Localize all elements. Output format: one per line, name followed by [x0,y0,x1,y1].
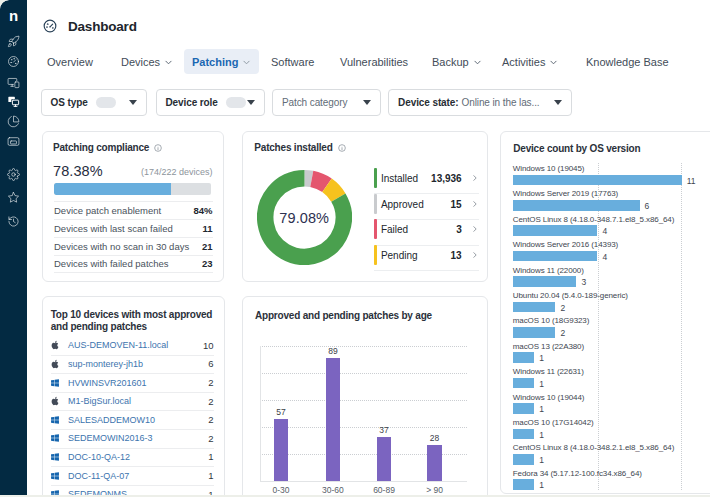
sidebar-item-rocket[interactable] [7,35,20,48]
device-link[interactable]: SALESADDEMOW10 [68,415,155,425]
sidebar-item-dashboard[interactable] [7,55,20,68]
age-bar-0-30[interactable] [274,419,289,481]
tab-software[interactable]: Software [271,49,314,74]
sidebar-item-history[interactable] [7,215,20,228]
device-link[interactable]: M1-BigSur.local [68,396,131,406]
age-bar-60-89[interactable] [377,437,392,481]
tab-activities[interactable]: Activities [502,49,558,74]
tab-label: Patching [192,56,238,68]
os-count-bar[interactable] [513,479,534,490]
tab-vulnerabilities[interactable]: Vulnerabilities [340,49,408,74]
age-bar-30-60[interactable] [326,358,341,481]
remote-icon [7,135,20,148]
os-count-value: 1 [539,353,544,363]
sidebar-item-settings[interactable] [7,168,20,181]
info-icon[interactable] [154,144,162,152]
x-axis-label: > 90 [413,485,457,495]
sidebar-item-remote[interactable] [7,135,20,148]
legend-row-installed[interactable]: Installed13,936 [374,168,479,188]
os-count-bar[interactable] [513,276,576,287]
filter-device-state[interactable]: Device state:Online in the las... [388,89,572,116]
x-axis-label: 0-30 [259,485,303,495]
tab-overview[interactable]: Overview [47,49,93,74]
donut-segment-approved[interactable] [304,178,311,179]
tab-label: Knowledge Base [586,56,669,68]
os-count-bar[interactable] [513,302,555,313]
device-count: 2 [208,396,213,407]
toggle-switch[interactable] [226,97,246,108]
legend-row-approved[interactable]: Approved15 [374,194,479,214]
legend-value: 13 [451,249,462,260]
os-label: CentOS Linux 8 (4.18.0-348.7.1.el8_5.x86… [513,215,675,224]
os-label: Windows Server 2019 (17763) [513,189,618,198]
donut-segment-failed[interactable] [311,179,326,185]
os-count-bar[interactable] [513,454,534,465]
filter-label: Device state: [398,97,458,108]
os-count-bar[interactable] [513,251,597,262]
tab-backup[interactable]: Backup [432,49,482,74]
os-count-bar[interactable] [513,352,534,363]
device-link[interactable]: DOC-10-QA-12 [68,452,130,462]
filter-patch-category[interactable]: Patch category [272,89,381,116]
device-row: M1-BigSur.local2 [50,392,214,411]
tab-label: Devices [121,56,160,68]
legend-label: Failed [381,224,408,235]
header: Dashboard OverviewDevicesPatchingSoftwar… [27,0,710,131]
legend-row-pending[interactable]: Pending13 [374,245,479,265]
device-link[interactable]: SEDEMOWIN2016-3 [68,433,153,443]
devices-icon [7,76,20,89]
card-title-patching-compliance: Patching compliance [53,142,149,153]
os-count-value: 6 [645,201,650,211]
bar-value-label: 37 [364,425,404,435]
os-count-bar[interactable] [513,403,534,414]
x-axis [260,481,468,482]
sidebar-item-devices[interactable] [7,76,20,89]
device-count: 1 [208,470,213,481]
sidebar-item-reporting[interactable] [7,115,20,128]
apple-icon [50,396,60,406]
os-count-bar[interactable] [513,200,639,211]
row-value: 23 [202,258,213,269]
device-link[interactable]: sup-monterey-jh1b [68,359,143,369]
device-link[interactable]: HVWINSVR201601 [68,378,147,388]
os-count-bar[interactable] [513,225,597,236]
age-bar-90[interactable] [427,445,442,481]
os-count-bar[interactable] [513,378,534,389]
card-title-patches-installed: Patches installed [254,142,332,153]
device-link[interactable]: DOC-11-QA-07 [68,471,129,481]
tab-devices[interactable]: Devices [121,49,173,74]
app-window: n Dashboard OverviewDevicesPatchingSoftw… [0,0,710,495]
info-icon[interactable] [338,144,346,152]
card-patches-by-age: Approved and pending patches by age 570-… [242,296,488,494]
os-count-bar[interactable] [513,429,534,440]
os-count-bar[interactable] [513,175,681,186]
filter-os-type[interactable]: OS type [41,89,147,116]
device-link[interactable]: SEDEMONMS [68,489,127,494]
sidebar: n [0,0,27,495]
os-count-value: 4 [602,226,607,236]
sidebar-item-software[interactable] [7,95,20,108]
ninjaone-logo[interactable]: n [0,8,27,23]
device-link[interactable]: AUS-DEMOVEN-11.local [68,340,168,350]
sidebar-item-favorites[interactable] [7,191,20,204]
divider [54,272,213,273]
row-label: Device patch enablement [54,205,161,216]
gauge-icon [43,19,57,33]
legend-label: Pending [381,249,418,260]
legend-value: 15 [451,198,462,209]
filter-device-role[interactable]: Device role [156,89,265,116]
filter-label: OS type [51,97,88,108]
legend-row-failed[interactable]: Failed3 [374,219,479,239]
tab-patching[interactable]: Patching [184,49,259,74]
os-count-bar[interactable] [513,327,555,338]
filter-label: Patch category [282,97,347,108]
card-patching-compliance: Patching compliance 78.38% (174/222 devi… [42,131,224,281]
device-row: SEDEMONMS1 [50,485,214,495]
donut-segment-pending[interactable] [327,185,338,197]
os-label: Fedora 34 (5.17.12-100.fc34.x86_64) [513,469,642,478]
tab-knowledge-base[interactable]: Knowledge Base [586,49,669,74]
toggle-switch[interactable] [96,97,116,108]
chevron-down-icon [242,57,251,66]
page-title: Dashboard [68,19,137,34]
device-row: SEDEMOWIN2016-32 [50,429,214,448]
